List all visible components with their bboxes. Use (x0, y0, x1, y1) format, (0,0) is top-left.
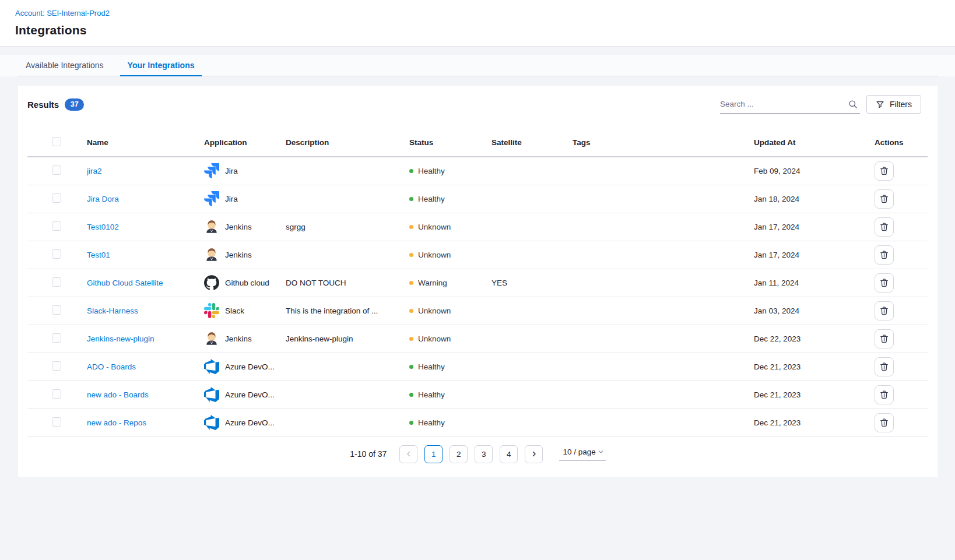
results-label: Results (27, 100, 59, 110)
row-checkbox[interactable] (52, 221, 61, 231)
trash-icon (880, 250, 889, 259)
row-checkbox[interactable] (52, 305, 61, 315)
row-checkbox[interactable] (52, 277, 61, 287)
column-header-status: Status (400, 129, 482, 157)
pagination-range: 1-10 of 37 (350, 449, 387, 459)
jira-icon (204, 163, 219, 178)
status-label: Unknown (418, 307, 451, 315)
delete-button[interactable] (875, 245, 894, 265)
integration-name-link[interactable]: new ado - Boards (87, 390, 149, 399)
page-buttons: 1234 (424, 445, 518, 463)
row-checkbox[interactable] (52, 249, 61, 259)
updated-at-value: Dec 21, 2023 (754, 390, 800, 399)
table-row: Test01 Jenkins Unknown Jan 17, 2024 (27, 241, 928, 269)
status-label: Healthy (418, 390, 445, 399)
integration-name-link[interactable]: Slack-Harness (87, 307, 138, 315)
integration-name-link[interactable]: ADO - Boards (87, 362, 136, 371)
application-label: Github cloud (225, 279, 269, 287)
toolbar: Results 37 Filters (27, 95, 928, 114)
github-icon (204, 275, 219, 290)
integration-name-link[interactable]: new ado - Repos (87, 418, 146, 427)
delete-button[interactable] (875, 301, 894, 320)
updated-at-value: Jan 17, 2024 (754, 251, 799, 259)
chevron-down-icon (598, 449, 604, 455)
row-checkbox[interactable] (52, 333, 61, 343)
integration-name-link[interactable]: Jira Dora (87, 195, 119, 203)
trash-icon (880, 362, 889, 371)
application-label: Jenkins (225, 251, 252, 259)
filter-icon (876, 100, 884, 109)
delete-button[interactable] (875, 329, 894, 348)
row-checkbox[interactable] (52, 361, 61, 371)
page-size-label: 10 / page (563, 448, 595, 456)
description-text: sgrgg (286, 223, 306, 231)
page-size-select[interactable]: 10 / page (559, 448, 605, 461)
page-button-4[interactable]: 4 (500, 445, 518, 463)
description-text: This is the integration of ... (286, 307, 378, 315)
table-row: Jenkins-new-plugin Jenkins Jenkins-new-p… (27, 325, 928, 353)
table-body: jira2 Jira Healthy Feb 09, 2024 Jira Dor… (27, 157, 928, 436)
table-row: Slack-Harness Slack This is the integrat… (27, 297, 928, 325)
row-checkbox[interactable] (52, 193, 61, 203)
slack-icon (204, 303, 219, 318)
column-header-actions: Actions (865, 129, 928, 157)
jenkins-icon (204, 331, 219, 346)
delete-button[interactable] (875, 273, 894, 293)
integration-name-link[interactable]: Test0102 (87, 223, 119, 231)
account-link[interactable]: Account: SEI-Internal-Prod2 (15, 9, 110, 17)
delete-button[interactable] (875, 385, 894, 404)
search-input[interactable] (720, 100, 848, 108)
integration-name-link[interactable]: Github Cloud Satellite (87, 279, 163, 287)
page-button-1[interactable]: 1 (424, 445, 443, 463)
results-count-badge: 37 (65, 98, 84, 111)
pagination: 1-10 of 37 1234 10 / page (27, 445, 928, 463)
delete-button[interactable] (875, 161, 894, 181)
next-page-button[interactable] (525, 445, 543, 463)
column-header-description: Description (276, 129, 400, 157)
jenkins-icon (204, 247, 219, 262)
row-checkbox[interactable] (52, 389, 61, 399)
trash-icon (880, 166, 889, 175)
delete-button[interactable] (875, 413, 894, 432)
delete-button[interactable] (875, 189, 894, 209)
delete-button[interactable] (875, 217, 894, 237)
satellite-value: YES (491, 279, 507, 287)
integrations-table: Name Application Description Status Sate… (27, 129, 928, 437)
row-checkbox[interactable] (52, 165, 61, 175)
status-dot (409, 169, 413, 173)
filters-label: Filters (890, 100, 912, 109)
table-row: ADO - Boards Azure DevO... Healthy Dec 2… (27, 353, 928, 381)
application-label: Azure DevO... (225, 362, 275, 371)
filters-button[interactable]: Filters (866, 95, 921, 114)
prev-page-button[interactable] (399, 445, 417, 463)
status-dot (409, 197, 413, 201)
status-dot (409, 365, 413, 369)
status-dot (409, 337, 413, 341)
delete-button[interactable] (875, 357, 894, 376)
trash-icon (880, 418, 889, 427)
trash-icon (880, 306, 889, 315)
select-all-checkbox[interactable] (52, 137, 61, 146)
status-label: Healthy (418, 362, 445, 371)
page-button-2[interactable]: 2 (450, 445, 468, 463)
integration-name-link[interactable]: Test01 (87, 251, 110, 259)
integration-name-link[interactable]: Jenkins-new-plugin (87, 334, 155, 343)
tab-available-integrations[interactable]: Available Integrations (18, 55, 111, 76)
page-button-3[interactable]: 3 (475, 445, 493, 463)
application-label: Azure DevO... (225, 418, 275, 427)
column-header-application: Application (195, 129, 276, 157)
description-text: Jenkins-new-plugin (286, 334, 353, 343)
application-label: Jira (225, 167, 238, 175)
column-header-updated-at: Updated At (745, 129, 865, 157)
tabs-strip: Available Integrations Your Integrations (0, 55, 955, 76)
tab-your-integrations[interactable]: Your Integrations (120, 55, 202, 76)
status-label: Unknown (418, 223, 451, 231)
azure-devops-icon (204, 387, 219, 402)
integration-name-link[interactable]: jira2 (87, 167, 102, 175)
updated-at-value: Dec 22, 2023 (754, 334, 800, 343)
trash-icon (880, 194, 889, 203)
description-text: DO NOT TOUCH (286, 279, 346, 287)
status-dot (409, 281, 413, 285)
jenkins-icon (204, 219, 219, 234)
row-checkbox[interactable] (52, 417, 61, 427)
